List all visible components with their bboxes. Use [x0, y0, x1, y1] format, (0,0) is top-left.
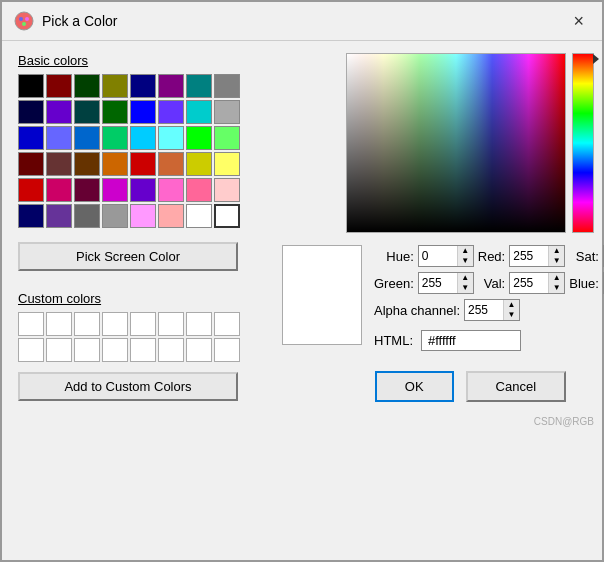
val-spinbox[interactable]: ▲ ▼: [509, 272, 565, 294]
basic-color-swatch[interactable]: [158, 152, 184, 176]
basic-color-swatch[interactable]: [186, 152, 212, 176]
basic-color-swatch[interactable]: [74, 152, 100, 176]
custom-color-swatch[interactable]: [214, 312, 240, 336]
basic-color-swatch[interactable]: [214, 100, 240, 124]
red-down[interactable]: ▼: [549, 256, 564, 266]
val-down[interactable]: ▼: [549, 283, 564, 293]
basic-color-swatch[interactable]: [74, 178, 100, 202]
val-up[interactable]: ▲: [549, 273, 564, 283]
custom-color-swatch[interactable]: [46, 312, 72, 336]
alpha-spinbox[interactable]: ▲ ▼: [464, 299, 520, 321]
basic-color-swatch[interactable]: [18, 100, 44, 124]
custom-color-swatch[interactable]: [158, 312, 184, 336]
custom-color-swatch[interactable]: [74, 338, 100, 362]
custom-color-swatch[interactable]: [130, 338, 156, 362]
red-input[interactable]: [510, 246, 548, 266]
basic-color-swatch[interactable]: [214, 152, 240, 176]
basic-color-swatch[interactable]: [46, 126, 72, 150]
basic-color-swatch[interactable]: [130, 74, 156, 98]
basic-color-swatch[interactable]: [102, 100, 128, 124]
color-picker-area: [346, 53, 594, 233]
add-custom-button[interactable]: Add to Custom Colors: [18, 372, 238, 401]
basic-color-swatch[interactable]: [18, 178, 44, 202]
pick-screen-button[interactable]: Pick Screen Color: [18, 242, 238, 271]
basic-color-swatch[interactable]: [214, 204, 240, 228]
dialog-content: Basic colors Pick Screen Color Custom co…: [2, 41, 602, 414]
custom-color-swatch[interactable]: [74, 312, 100, 336]
basic-color-swatch[interactable]: [130, 100, 156, 124]
custom-color-swatch[interactable]: [158, 338, 184, 362]
basic-color-swatch[interactable]: [102, 204, 128, 228]
basic-color-swatch[interactable]: [158, 74, 184, 98]
red-up[interactable]: ▲: [549, 246, 564, 256]
basic-color-swatch[interactable]: [74, 126, 100, 150]
alpha-row: Alpha channel: ▲ ▼: [374, 299, 604, 321]
basic-color-swatch[interactable]: [18, 152, 44, 176]
left-panel: Basic colors Pick Screen Color Custom co…: [18, 53, 266, 402]
custom-color-swatch[interactable]: [18, 312, 44, 336]
green-down[interactable]: ▼: [458, 283, 473, 293]
basic-color-swatch[interactable]: [74, 204, 100, 228]
basic-color-swatch[interactable]: [102, 126, 128, 150]
blue-label: Blue:: [569, 276, 599, 291]
basic-color-swatch[interactable]: [186, 126, 212, 150]
basic-color-swatch[interactable]: [158, 178, 184, 202]
basic-color-swatch[interactable]: [214, 178, 240, 202]
ok-button[interactable]: OK: [375, 371, 454, 402]
hue-down[interactable]: ▼: [458, 256, 473, 266]
svg-point-0: [15, 12, 33, 30]
basic-color-swatch[interactable]: [46, 100, 72, 124]
color-gradient[interactable]: [346, 53, 566, 233]
custom-color-swatch[interactable]: [186, 338, 212, 362]
basic-color-swatch[interactable]: [74, 74, 100, 98]
basic-color-swatch[interactable]: [186, 204, 212, 228]
basic-color-swatch[interactable]: [186, 74, 212, 98]
basic-color-swatch[interactable]: [102, 152, 128, 176]
basic-color-swatch[interactable]: [46, 204, 72, 228]
custom-color-swatch[interactable]: [102, 312, 128, 336]
cancel-button[interactable]: Cancel: [466, 371, 566, 402]
basic-color-swatch[interactable]: [158, 204, 184, 228]
basic-color-swatch[interactable]: [158, 100, 184, 124]
alpha-down[interactable]: ▼: [504, 310, 519, 320]
custom-color-swatch[interactable]: [186, 312, 212, 336]
alpha-up[interactable]: ▲: [504, 300, 519, 310]
basic-color-swatch[interactable]: [102, 178, 128, 202]
basic-color-swatch[interactable]: [214, 126, 240, 150]
basic-color-swatch[interactable]: [130, 152, 156, 176]
basic-color-swatch[interactable]: [130, 178, 156, 202]
hue-up[interactable]: ▲: [458, 246, 473, 256]
custom-color-swatch[interactable]: [46, 338, 72, 362]
close-button[interactable]: ×: [567, 10, 590, 32]
basic-color-swatch[interactable]: [46, 74, 72, 98]
basic-color-swatch[interactable]: [18, 74, 44, 98]
basic-color-swatch[interactable]: [130, 204, 156, 228]
hue-input[interactable]: [419, 246, 457, 266]
basic-color-swatch[interactable]: [18, 204, 44, 228]
basic-color-swatch[interactable]: [214, 74, 240, 98]
hue-slider[interactable]: [572, 53, 594, 233]
custom-color-swatch[interactable]: [18, 338, 44, 362]
basic-color-swatch[interactable]: [186, 100, 212, 124]
basic-color-swatch[interactable]: [46, 152, 72, 176]
red-spinbox[interactable]: ▲ ▼: [509, 245, 565, 267]
basic-color-swatch[interactable]: [46, 178, 72, 202]
title-bar: Pick a Color ×: [2, 2, 602, 41]
basic-color-swatch[interactable]: [186, 178, 212, 202]
custom-color-swatch[interactable]: [214, 338, 240, 362]
basic-color-swatch[interactable]: [18, 126, 44, 150]
basic-color-swatch[interactable]: [158, 126, 184, 150]
basic-color-swatch[interactable]: [102, 74, 128, 98]
hue-spinbox[interactable]: ▲ ▼: [418, 245, 474, 267]
custom-color-swatch[interactable]: [102, 338, 128, 362]
green-up[interactable]: ▲: [458, 273, 473, 283]
alpha-input[interactable]: [465, 300, 503, 320]
green-input[interactable]: [419, 273, 457, 293]
green-spinbox[interactable]: ▲ ▼: [418, 272, 474, 294]
html-input[interactable]: [421, 330, 521, 351]
custom-colors-grid: [18, 312, 266, 362]
val-input[interactable]: [510, 273, 548, 293]
custom-color-swatch[interactable]: [130, 312, 156, 336]
basic-color-swatch[interactable]: [130, 126, 156, 150]
basic-color-swatch[interactable]: [74, 100, 100, 124]
